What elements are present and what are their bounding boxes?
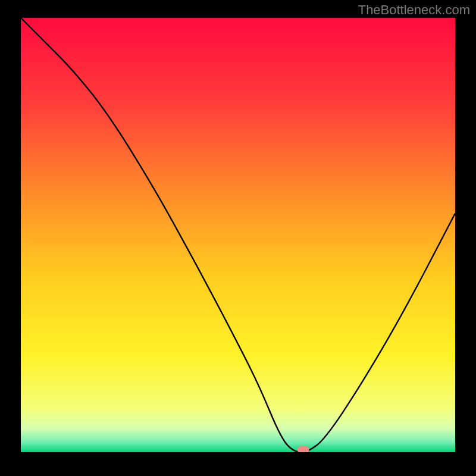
gradient-background (21, 18, 455, 452)
watermark-text: TheBottleneck.com (358, 2, 470, 18)
marker-point (298, 446, 309, 452)
plot-area (21, 18, 455, 452)
chart-svg (21, 18, 455, 452)
chart-frame: TheBottleneck.com (0, 0, 476, 476)
